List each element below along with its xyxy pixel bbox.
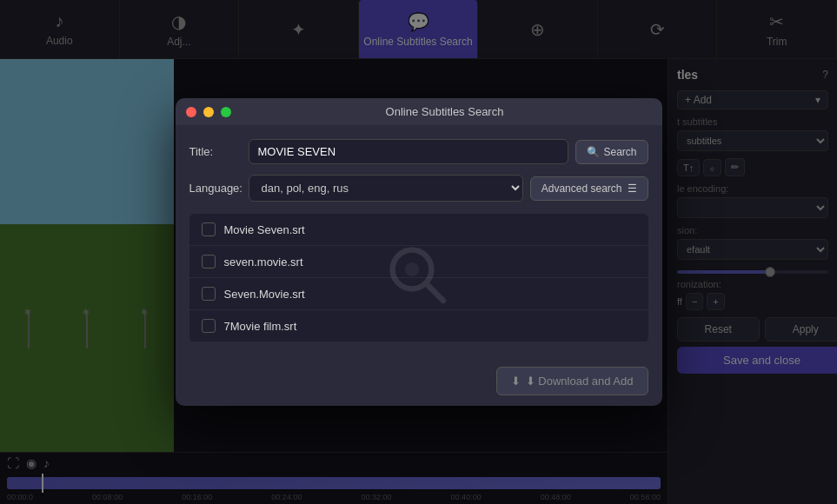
search-button[interactable]: 🔍 Search xyxy=(575,140,648,164)
language-label: Language: xyxy=(189,182,242,195)
download-add-button[interactable]: ⬇ ⬇ Download and Add xyxy=(496,367,648,395)
search-btn-label: Search xyxy=(603,146,636,158)
svg-point-2 xyxy=(405,262,419,276)
result-name-0: Movie Seven.srt xyxy=(224,223,305,236)
result-item-3[interactable]: 7Movie film.srt xyxy=(189,310,648,342)
dialog-overlay: Online Subtitles Search Title: 🔍 Search … xyxy=(0,0,837,504)
language-row: Language: dan, pol, eng, rus Advanced se… xyxy=(189,175,648,202)
download-icon: ⬇ xyxy=(511,375,521,388)
minimize-window-icon[interactable] xyxy=(203,107,214,117)
title-label: Title: xyxy=(189,145,242,158)
results-list: Movie Seven.srt seven.movie.srt Seven.Mo… xyxy=(189,214,648,342)
result-name-3: 7Movie film.srt xyxy=(224,320,297,333)
result-checkbox-3[interactable] xyxy=(202,319,216,333)
close-window-icon[interactable] xyxy=(186,107,196,117)
result-name-2: Seven.Movie.srt xyxy=(224,288,305,301)
download-label: ⬇ Download and Add xyxy=(526,375,634,388)
dialog-footer: ⬇ ⬇ Download and Add xyxy=(176,356,662,406)
result-name-1: seven.movie.srt xyxy=(224,255,303,269)
title-search-row: Title: 🔍 Search xyxy=(189,139,648,164)
title-input[interactable] xyxy=(249,139,569,164)
dialog-title: Online Subtitles Search xyxy=(238,105,652,118)
maximize-window-icon[interactable] xyxy=(221,107,231,117)
language-select[interactable]: dan, pol, eng, rus xyxy=(249,175,523,202)
search-icon: 🔍 xyxy=(587,146,600,158)
dialog-body: Title: 🔍 Search Language: dan, pol, eng,… xyxy=(176,125,662,356)
result-checkbox-1[interactable] xyxy=(202,255,216,269)
advanced-search-icon: ☰ xyxy=(628,182,637,195)
result-checkbox-0[interactable] xyxy=(202,222,216,236)
advanced-search-label: Advanced search xyxy=(541,182,622,195)
dialog-titlebar: Online Subtitles Search xyxy=(176,98,662,125)
svg-line-1 xyxy=(426,283,443,301)
online-subtitles-dialog: Online Subtitles Search Title: 🔍 Search … xyxy=(176,98,662,406)
advanced-search-button[interactable]: Advanced search ☰ xyxy=(530,176,648,201)
search-watermark xyxy=(384,242,454,315)
result-checkbox-2[interactable] xyxy=(202,287,216,301)
